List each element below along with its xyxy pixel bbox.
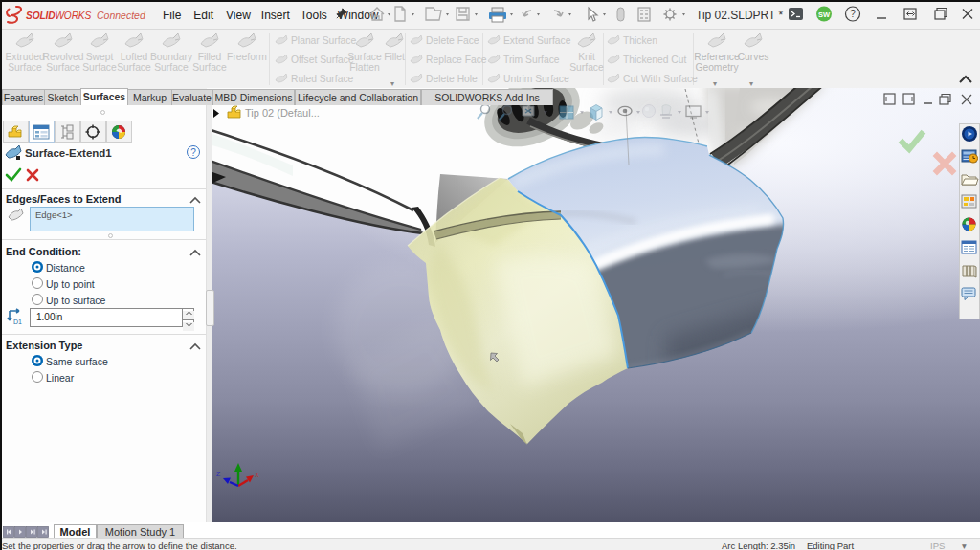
svg-text:Connected: Connected [97, 10, 146, 21]
svg-text:SW: SW [818, 11, 831, 19]
svg-text:D1: D1 [13, 319, 22, 325]
svg-text:?: ? [850, 9, 856, 19]
svg-text:Z: Z [216, 471, 221, 477]
svg-text:SOLIDWORKS: SOLIDWORKS [26, 11, 91, 21]
svg-text:X: X [255, 472, 259, 478]
svg-text:Tip 02 (Defaul...: Tip 02 (Defaul... [245, 107, 320, 119]
